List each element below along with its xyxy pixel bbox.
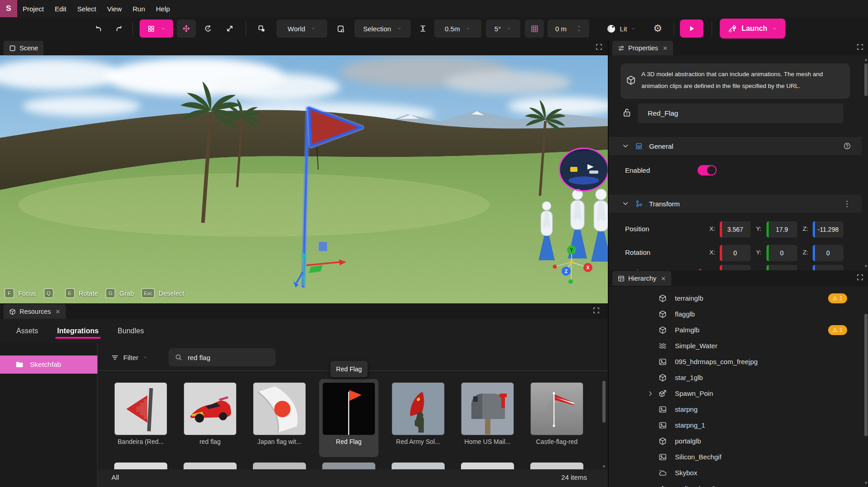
- hierarchy-item[interactable]: portalglb: [609, 433, 861, 449]
- menu-run[interactable]: Run: [127, 0, 151, 17]
- resource-card[interactable]: Home US Mail...: [458, 379, 517, 457]
- app-logo[interactable]: S: [0, 0, 17, 17]
- resource-card[interactable]: Castle-flag-red: [527, 379, 587, 457]
- kebab-menu-icon[interactable]: ⋮: [843, 199, 851, 209]
- enabled-toggle[interactable]: [698, 165, 717, 175]
- search-box[interactable]: [169, 348, 276, 366]
- tab-properties[interactable]: Properties ✕: [612, 41, 673, 55]
- resource-card-selected[interactable]: Red Flag: [319, 379, 378, 457]
- resource-thumbnail-partial[interactable]: [461, 463, 514, 469]
- scene-expand-button[interactable]: [596, 44, 602, 50]
- tab-integrations[interactable]: Integrations: [56, 321, 100, 341]
- search-input[interactable]: [187, 353, 264, 362]
- sidebar-item-sketchfab[interactable]: Sketchfab: [0, 356, 97, 374]
- properties-scrollbar[interactable]: ▲ ▼: [863, 55, 868, 270]
- cube-icon: [626, 75, 636, 85]
- resource-card[interactable]: red flag: [180, 379, 240, 457]
- hierarchy-item[interactable]: Simple_Water: [609, 338, 861, 354]
- general-section-header[interactable]: General: [609, 137, 862, 155]
- properties-expand-button[interactable]: [857, 44, 863, 50]
- hierarchy-item[interactable]: Skybox: [609, 465, 861, 481]
- hierarchy-expand-button[interactable]: [857, 274, 863, 281]
- pivot-button[interactable]: [253, 19, 270, 38]
- grid-mode-button[interactable]: [140, 19, 173, 38]
- resource-thumbnail-partial[interactable]: [530, 463, 583, 469]
- menu-select[interactable]: Select: [72, 0, 102, 17]
- rotation-z-field[interactable]: 0: [813, 245, 844, 261]
- unlock-icon[interactable]: [622, 108, 631, 117]
- ground-snap-button[interactable]: [414, 19, 432, 38]
- close-icon[interactable]: ✕: [663, 45, 668, 52]
- hierarchy-item[interactable]: star_1glb: [609, 370, 861, 385]
- resource-thumbnail-partial[interactable]: [392, 463, 445, 469]
- menu-edit[interactable]: Edit: [49, 0, 72, 17]
- expand-chevron-icon[interactable]: [647, 390, 654, 397]
- move-tool-button[interactable]: [177, 19, 196, 38]
- redo-button[interactable]: [111, 19, 128, 38]
- settings-button[interactable]: ⚙: [649, 19, 666, 38]
- scale-y-field[interactable]: 1.84: [766, 265, 797, 270]
- resources-expand-button[interactable]: [593, 307, 600, 314]
- tab-bundles[interactable]: Bundles: [117, 321, 145, 341]
- tab-scene[interactable]: Scene: [4, 41, 44, 55]
- render-mode-dropdown[interactable]: Lit: [599, 19, 643, 38]
- warning-icon: ⚠: [833, 327, 838, 333]
- scale-tool-button[interactable]: [221, 19, 238, 38]
- filter-button[interactable]: Filter: [111, 348, 148, 366]
- tab-resources[interactable]: Resources ✕: [4, 304, 66, 319]
- close-icon[interactable]: ✕: [661, 275, 666, 282]
- menu-view[interactable]: View: [102, 0, 127, 17]
- rotation-x-field[interactable]: 0: [720, 245, 751, 261]
- hierarchy-item[interactable]: 095_hdrmaps_com_freejpg: [609, 354, 861, 370]
- resource-thumbnail-partial[interactable]: [253, 463, 306, 469]
- properties-tab-label: Properties: [628, 44, 658, 52]
- tab-hierarchy[interactable]: Hierarchy ✕: [612, 271, 671, 286]
- move-snap-dropdown[interactable]: 0.5m: [434, 19, 481, 38]
- scene-viewport[interactable]: Y Z X FFocus Q ERotate GGrab EscDeselect: [0, 55, 608, 303]
- resources-scrollbar[interactable]: ▼: [601, 379, 606, 463]
- hierarchy-item[interactable]: flagglb: [609, 306, 861, 322]
- undo-button[interactable]: [90, 19, 107, 38]
- height-stepper[interactable]: 0 m: [548, 19, 589, 38]
- space-dropdown[interactable]: World: [276, 19, 327, 38]
- scale-z-field[interactable]: 1.84: [813, 265, 844, 270]
- hierarchy-item[interactable]: Palmglb ⚠1: [609, 322, 861, 338]
- resource-card[interactable]: Red Army Sol...: [388, 379, 448, 457]
- menu-help[interactable]: Help: [150, 0, 175, 17]
- hierarchy-item[interactable]: audiovukmp3: [609, 481, 861, 487]
- stepper-arrows[interactable]: [577, 25, 582, 32]
- position-y-field[interactable]: 17.9: [766, 221, 797, 238]
- resource-thumbnail-partial[interactable]: [322, 463, 375, 469]
- resource-thumbnail-partial[interactable]: [184, 463, 237, 469]
- help-icon[interactable]: [844, 142, 851, 150]
- hierarchy-scrollbar[interactable]: ▼: [863, 287, 868, 487]
- hierarchy-item[interactable]: Silicon_Bechgif: [609, 449, 861, 465]
- hierarchy-item[interactable]: terrainglb ⚠1: [609, 290, 861, 306]
- thumbnail-tooltip: Red Flag: [330, 361, 368, 377]
- launch-button[interactable]: Launch: [720, 19, 786, 39]
- position-x-field[interactable]: 3.567: [720, 221, 751, 238]
- menu-project[interactable]: Project: [17, 0, 49, 17]
- resources-tab-label: Resources: [19, 308, 51, 315]
- tab-assets[interactable]: Assets: [15, 321, 39, 341]
- resource-card[interactable]: Bandeira (Red...: [111, 379, 170, 457]
- object-name-input[interactable]: [638, 103, 844, 123]
- resource-thumbnail-partial[interactable]: [114, 463, 167, 469]
- rotate-tool-button[interactable]: [199, 19, 217, 38]
- hierarchy-item[interactable]: starpng_1: [609, 417, 861, 433]
- rotate-snap-dropdown[interactable]: 5°: [486, 19, 520, 38]
- position-z-field[interactable]: -11.298: [813, 221, 844, 238]
- grid-toggle-button[interactable]: [525, 19, 544, 38]
- close-icon[interactable]: ✕: [55, 308, 60, 315]
- hierarchy-item[interactable]: Spawn_Poin: [609, 385, 861, 401]
- frame-button[interactable]: [332, 19, 349, 38]
- footer-all-label[interactable]: All: [112, 473, 119, 481]
- hierarchy-item[interactable]: starpng: [609, 401, 861, 417]
- chevron-down-icon: [506, 27, 512, 30]
- rotation-y-field[interactable]: 0: [766, 245, 797, 261]
- selection-dropdown[interactable]: Selection: [354, 19, 411, 38]
- scale-x-field[interactable]: 1.84: [720, 265, 751, 270]
- transform-section-header[interactable]: Transform ⋮: [609, 195, 862, 213]
- resource-card[interactable]: Japan flag wit...: [250, 379, 309, 457]
- play-button[interactable]: [680, 19, 703, 38]
